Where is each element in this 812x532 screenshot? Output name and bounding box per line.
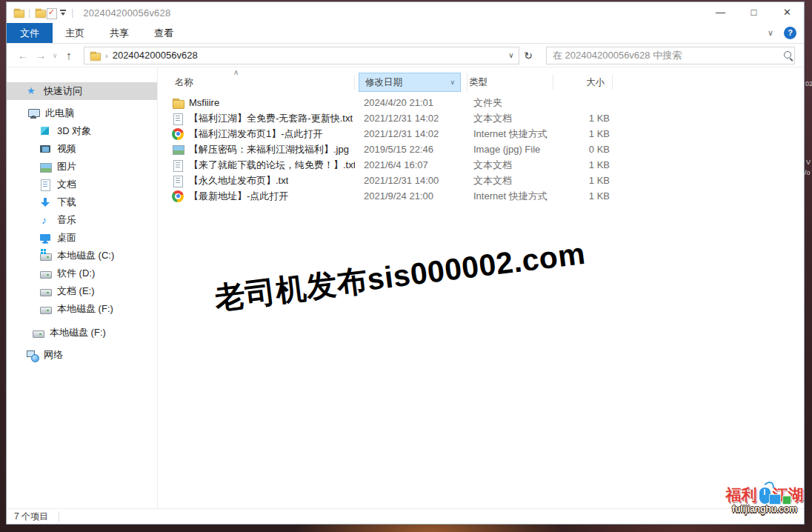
sidebar-item-disk-f[interactable]: 本地磁盘 (F:) <box>7 300 157 318</box>
minimize-button[interactable]: — <box>704 2 737 23</box>
file-type: 文件夹 <box>472 96 558 110</box>
music-icon <box>39 214 51 226</box>
site-logo: 福利 江湖 fulijianghu.com <box>722 480 808 513</box>
table-row[interactable]: 【福利江湖发布页1】-点此打开 2021/12/31 14:02 Interne… <box>168 126 804 142</box>
sidebar-item-desktop[interactable]: 桌面 <box>7 229 157 247</box>
sidebar-item-label: 网络 <box>44 348 63 362</box>
column-header-date-label: 修改日期 <box>365 73 402 92</box>
table-row[interactable]: Msfiiire 2024/4/20 21:01 文件夹 <box>168 95 804 110</box>
help-icon[interactable]: ? <box>784 27 796 39</box>
file-name-cell: 【最新地址】-点此打开 <box>168 190 355 203</box>
table-row[interactable]: 【解压密码：来福利江湖找福利】.jpg 2019/5/15 22:46 Imag… <box>168 142 804 157</box>
qat-customize-dropdown[interactable] <box>59 7 67 18</box>
file-type: Internet 快捷方式 <box>472 127 558 141</box>
items-count: 7 个项目 <box>14 511 48 523</box>
column-headers: 名称 修改日期 ∨ 类型 大小 <box>168 73 613 92</box>
disk-icon <box>39 303 51 315</box>
sidebar-item-label: 快速访问 <box>44 84 82 98</box>
tab-share[interactable]: 共享 <box>97 23 142 43</box>
file-size: 1 KB <box>558 128 617 139</box>
address-box[interactable]: › 202404200056v628 ∨ <box>84 47 519 64</box>
text-file-icon <box>172 159 184 171</box>
file-type: 文本文档 <box>472 112 558 125</box>
address-folder-icon <box>90 50 100 60</box>
forward-icon[interactable]: → <box>32 49 50 61</box>
ribbon-collapse-icon[interactable]: ∨ <box>757 28 784 38</box>
file-date: 2021/12/31 14:02 <box>355 113 472 124</box>
tab-home[interactable]: 主页 <box>53 23 97 43</box>
sidebar-item-pictures[interactable]: 图片 <box>7 158 157 176</box>
address-dropdown-icon[interactable]: ∨ <box>504 51 519 59</box>
file-name: 【福利江湖发布页1】-点此打开 <box>189 127 323 141</box>
os-disk-icon <box>39 250 51 262</box>
address-bar: ← → ∨ ↑ › 202404200056v628 ∨ ↻ <box>7 44 804 67</box>
breadcrumb-separator-icon: › <box>105 51 108 60</box>
table-row[interactable]: 【最新地址】-点此打开 2021/9/24 21:00 Internet 快捷方… <box>168 188 804 204</box>
sidebar-item-label: 软件 (D:) <box>57 267 95 280</box>
sidebar-item-label: 文档 <box>57 178 76 191</box>
back-icon[interactable]: ← <box>14 49 32 61</box>
status-bar: 7 个项目 <box>7 508 804 524</box>
file-date: 2021/12/31 14:00 <box>355 175 472 186</box>
sidebar-item-videos[interactable]: 视频 <box>7 140 157 158</box>
file-size: 1 KB <box>558 175 617 186</box>
file-date: 2019/5/15 22:46 <box>355 144 472 155</box>
file-type: 文本文档 <box>472 174 558 187</box>
search-icon[interactable] <box>782 50 794 61</box>
sidebar-item-music[interactable]: 音乐 <box>7 211 157 229</box>
tab-file[interactable]: 文件 <box>7 23 53 43</box>
chrome-shortcut-icon <box>172 128 184 140</box>
sidebar-item-disk-e[interactable]: 文档 (E:) <box>7 282 157 300</box>
maximize-button[interactable]: □ <box>737 2 771 23</box>
breadcrumb-path[interactable]: 202404200056v628 <box>113 50 504 61</box>
tab-view[interactable]: 查看 <box>142 23 186 43</box>
sidebar-item-label: 本地磁盘 (F:) <box>50 326 106 339</box>
file-type: 文本文档 <box>472 159 558 172</box>
sidebar-item-disk-c[interactable]: 本地磁盘 (C:) <box>7 247 157 265</box>
column-header-type[interactable]: 类型 <box>467 75 553 90</box>
site-logo-domain: fulijianghu.com <box>732 504 797 514</box>
table-row[interactable]: 【来了就能下载的论坛，纯免费！】.txt 2021/6/4 16:07 文本文档… <box>168 157 804 173</box>
up-icon[interactable]: ↑ <box>60 49 78 61</box>
sidebar-item-downloads[interactable]: 下载 <box>7 193 157 211</box>
file-name-cell: 【永久地址发布页】.txt <box>168 174 355 187</box>
status-divider <box>59 511 59 522</box>
file-type: Image (jpg) File <box>472 144 558 155</box>
file-name: Msfiiire <box>189 97 219 108</box>
sidebar-item-disk-d[interactable]: 软件 (D:) <box>7 265 157 282</box>
sidebar-item-this-pc[interactable]: 此电脑 <box>7 104 157 122</box>
table-row[interactable]: 【永久地址发布页】.txt 2021/12/31 14:00 文本文档 1 KB <box>168 173 804 188</box>
column-header-size[interactable]: 大小 <box>553 75 613 90</box>
documents-icon <box>39 179 51 190</box>
disk-icon <box>39 285 51 297</box>
videos-icon <box>39 143 51 155</box>
sidebar-item-3d-objects[interactable]: 3D 对象 <box>7 122 157 140</box>
network-icon <box>26 349 38 361</box>
file-name-cell: 【解压密码：来福利江湖找福利】.jpg <box>168 143 355 156</box>
filter-dropdown-icon[interactable]: ∨ <box>450 73 455 92</box>
text-file-icon <box>172 113 184 124</box>
history-dropdown-icon[interactable]: ∨ <box>50 52 60 59</box>
close-button[interactable]: ✕ <box>771 2 804 23</box>
qat-folder-button[interactable] <box>35 7 45 18</box>
sidebar-item-documents[interactable]: 文档 <box>7 176 157 193</box>
file-name: 【来了就能下载的论坛，纯免费！】.txt <box>189 159 355 172</box>
file-name-cell: Msfiiire <box>168 97 355 109</box>
title-bar: | | 202404200056v628 — □ ✕ <box>7 2 804 23</box>
column-header-name[interactable]: 名称 <box>168 75 355 90</box>
explorer-app-icon <box>13 7 24 18</box>
table-row[interactable]: 【福利江湖】全免费-无套路-更新快.txt 2021/12/31 14:02 文… <box>168 110 804 126</box>
file-rows: Msfiiire 2024/4/20 21:01 文件夹 【福利江湖】全免费-无… <box>168 95 804 204</box>
column-header-date[interactable]: 修改日期 ∨ <box>359 73 461 92</box>
downloads-icon <box>39 196 51 208</box>
sidebar-item-network[interactable]: 网络 <box>7 346 157 364</box>
sidebar-item-quick-access[interactable]: 快速访问 <box>7 82 157 100</box>
chrome-shortcut-icon <box>172 190 184 202</box>
sidebar-item-disk-f2[interactable]: 本地磁盘 (F:) <box>7 324 157 342</box>
disk-icon <box>32 327 44 339</box>
folder-icon <box>172 97 184 109</box>
window-title: 202404200056v628 <box>83 7 170 19</box>
qat-properties-button[interactable] <box>46 7 56 19</box>
search-input[interactable] <box>547 50 782 61</box>
refresh-icon[interactable]: ↻ <box>519 50 537 61</box>
